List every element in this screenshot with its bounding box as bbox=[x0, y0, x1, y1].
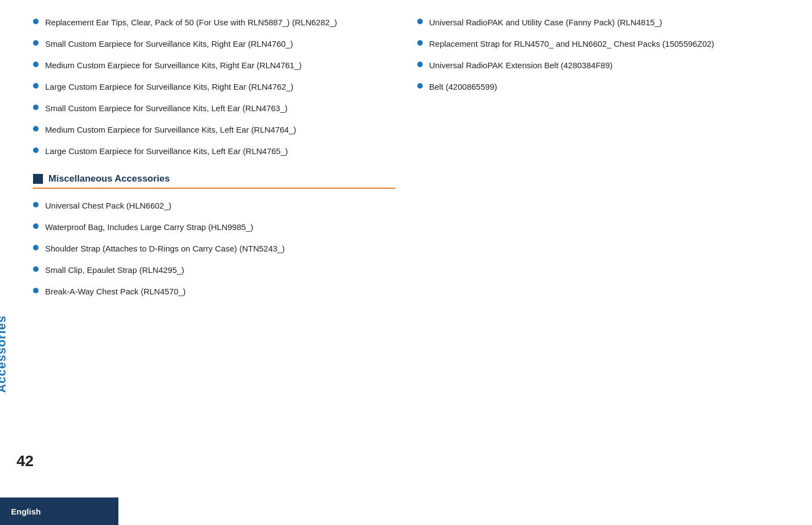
list-item: Small Custom Earpiece for Surveillance K… bbox=[33, 38, 395, 50]
misc-section-header: Miscellaneous Accessories bbox=[33, 173, 395, 189]
list-item: Large Custom Earpiece for Surveillance K… bbox=[33, 145, 395, 157]
list-item: Small Clip, Epaulet Strap (RLN4295_) bbox=[33, 264, 395, 276]
list-item: Replacement Strap for RLN4570_ and HLN66… bbox=[417, 38, 780, 50]
item-text: Replacement Strap for RLN4570_ and HLN66… bbox=[429, 38, 715, 50]
list-item: Universal RadioPAK Extension Belt (42803… bbox=[417, 59, 780, 71]
list-item: Large Custom Earpiece for Surveillance K… bbox=[33, 81, 395, 92]
page-wrapper: Replacement Ear Tips, Clear, Pack of 50 … bbox=[0, 0, 812, 525]
bullet-icon bbox=[33, 19, 39, 24]
item-text: Waterproof Bag, Includes Large Carry Str… bbox=[45, 221, 253, 233]
misc-section-title: Miscellaneous Accessories bbox=[48, 173, 170, 184]
bullet-icon bbox=[417, 83, 423, 89]
left-item-list: Replacement Ear Tips, Clear, Pack of 50 … bbox=[33, 17, 395, 157]
item-text: Medium Custom Earpiece for Surveillance … bbox=[45, 124, 296, 135]
bullet-icon bbox=[417, 19, 423, 24]
item-text: Large Custom Earpiece for Surveillance K… bbox=[45, 81, 293, 92]
list-item: Break-A-Way Chest Pack (RLN4570_) bbox=[33, 286, 395, 297]
item-text: Small Custom Earpiece for Surveillance K… bbox=[45, 102, 287, 114]
item-text: Medium Custom Earpiece for Surveillance … bbox=[45, 59, 302, 71]
bullet-icon bbox=[33, 83, 39, 89]
list-item: Replacement Ear Tips, Clear, Pack of 50 … bbox=[33, 17, 395, 28]
list-item: Medium Custom Earpiece for Surveillance … bbox=[33, 59, 395, 71]
bullet-icon bbox=[33, 147, 39, 153]
bullet-icon bbox=[33, 202, 39, 207]
list-item: Medium Custom Earpiece for Surveillance … bbox=[33, 124, 395, 135]
section-icon bbox=[33, 174, 43, 184]
page-number: 42 bbox=[17, 452, 34, 470]
item-text: Belt (4200865599) bbox=[429, 81, 497, 92]
two-column-layout: Replacement Ear Tips, Clear, Pack of 50 … bbox=[33, 17, 779, 307]
bullet-icon bbox=[33, 105, 39, 110]
footer-bar: English bbox=[0, 497, 118, 525]
item-text: Replacement Ear Tips, Clear, Pack of 50 … bbox=[45, 17, 337, 28]
bullet-icon bbox=[33, 245, 39, 250]
list-item: Small Custom Earpiece for Surveillance K… bbox=[33, 102, 395, 114]
bullet-icon bbox=[33, 126, 39, 132]
right-item-list: Universal RadioPAK and Utility Case (Fan… bbox=[417, 17, 780, 92]
item-text: Large Custom Earpiece for Surveillance K… bbox=[45, 145, 288, 157]
item-text: Small Custom Earpiece for Surveillance K… bbox=[45, 38, 293, 50]
accessories-side-label: Accessories bbox=[0, 315, 9, 393]
list-item: Belt (4200865599) bbox=[417, 81, 780, 92]
item-text: Universal RadioPAK and Utility Case (Fan… bbox=[429, 17, 662, 28]
bullet-icon bbox=[33, 266, 39, 272]
bullet-icon bbox=[33, 288, 39, 293]
left-column: Replacement Ear Tips, Clear, Pack of 50 … bbox=[33, 17, 395, 307]
list-item: Universal RadioPAK and Utility Case (Fan… bbox=[417, 17, 780, 28]
item-text: Universal RadioPAK Extension Belt (42803… bbox=[429, 59, 613, 71]
footer-language-text: English bbox=[11, 507, 41, 516]
bullet-icon bbox=[33, 62, 39, 67]
bullet-icon bbox=[33, 223, 39, 229]
bullet-icon bbox=[417, 62, 423, 67]
bullet-icon bbox=[33, 40, 39, 46]
right-column: Universal RadioPAK and Utility Case (Fan… bbox=[417, 17, 780, 307]
item-text: Break-A-Way Chest Pack (RLN4570_) bbox=[45, 286, 186, 297]
item-text: Universal Chest Pack (HLN6602_) bbox=[45, 200, 171, 211]
item-text: Shoulder Strap (Attaches to D-Rings on C… bbox=[45, 243, 285, 254]
item-text: Small Clip, Epaulet Strap (RLN4295_) bbox=[45, 264, 184, 276]
bullet-icon bbox=[417, 40, 423, 46]
list-item: Waterproof Bag, Includes Large Carry Str… bbox=[33, 221, 395, 233]
list-item: Shoulder Strap (Attaches to D-Rings on C… bbox=[33, 243, 395, 254]
misc-item-list: Universal Chest Pack (HLN6602_)Waterproo… bbox=[33, 200, 395, 297]
list-item: Universal Chest Pack (HLN6602_) bbox=[33, 200, 395, 211]
